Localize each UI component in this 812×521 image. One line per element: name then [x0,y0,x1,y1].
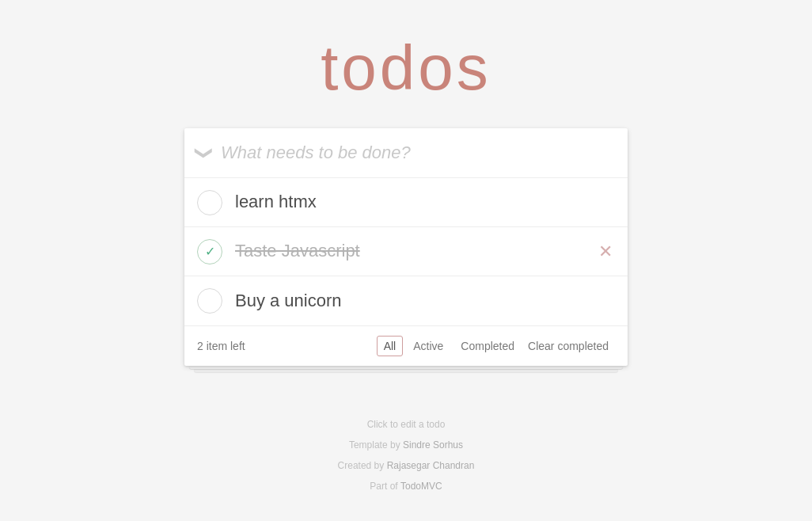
todo-checkbox-2[interactable]: ✓ [197,239,222,264]
created-author-link[interactable]: Rajasegar Chandran [387,460,475,471]
todo-checkbox-1[interactable] [197,190,222,215]
todo-delete-2[interactable]: ✕ [596,242,615,261]
new-todo-row: ❯ [184,128,628,178]
todo-item: learn htmx [184,178,628,227]
todo-item: ✓ Taste Javascript ✕ [184,227,628,276]
part-of: Part of TodoMVC [338,477,475,496]
template-credit: Template by Sindre Sorhus [338,435,475,454]
hint-text: Click to edit a todo [338,415,475,434]
checkmark-icon: ✓ [205,244,215,259]
filter-active[interactable]: Active [406,336,450,356]
todo-app-card: ❯ learn htmx ✓ Taste Javascript ✕ Buy a … [184,128,628,366]
todo-item: Buy a unicorn [184,276,628,325]
footer-info: Click to edit a todo Template by Sindre … [338,413,475,497]
new-todo-input[interactable] [221,128,615,177]
filter-tabs: All Active Completed [377,336,522,356]
todo-list: learn htmx ✓ Taste Javascript ✕ Buy a un… [184,178,628,325]
filter-completed[interactable]: Completed [453,336,522,356]
created-credit: Created by Rajasegar Chandran [338,456,475,475]
items-left-count: 2 item left [197,340,377,352]
filter-all[interactable]: All [377,336,404,356]
app-title: todos [321,32,491,105]
todomvc-link[interactable]: TodoMVC [400,481,442,492]
todo-checkbox-3[interactable] [197,288,222,314]
template-author-link[interactable]: Sindre Sorhus [403,439,463,451]
todo-footer: 2 item left All Active Completed Clear c… [184,325,628,366]
todo-text-3[interactable]: Buy a unicorn [235,291,615,311]
todo-text-1[interactable]: learn htmx [235,192,615,212]
todo-text-2[interactable]: Taste Javascript [235,241,596,261]
toggle-all-icon[interactable]: ❯ [195,146,213,160]
clear-completed-button[interactable]: Clear completed [522,337,615,356]
card: ❯ learn htmx ✓ Taste Javascript ✕ Buy a … [184,128,628,366]
